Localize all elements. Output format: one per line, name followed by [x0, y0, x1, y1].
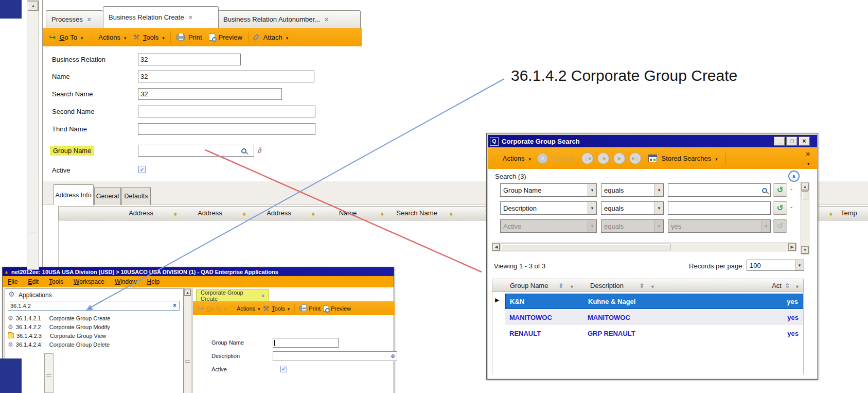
scroll-down-icon[interactable]: ▼: [801, 246, 809, 254]
grid-column-header[interactable]: Address: [251, 209, 307, 217]
scroll-right-icon[interactable]: ▶: [788, 243, 796, 251]
filter-icon[interactable]: [795, 282, 800, 290]
run-search-button[interactable]: [773, 183, 787, 197]
actions-button[interactable]: Actions: [503, 155, 525, 162]
result-row-renault[interactable]: RENAULT GRP RENAULT yes: [505, 326, 804, 341]
scroll-up-icon[interactable]: ▲: [28, 1, 39, 11]
nav-previous-button[interactable]: ◀: [597, 152, 609, 164]
filter-field-combo[interactable]: Group Name: [500, 183, 597, 197]
menu-file[interactable]: File: [8, 278, 17, 285]
close-icon[interactable]: [261, 293, 264, 299]
nav-next-button[interactable]: ▶: [613, 152, 625, 164]
tools-dropdown-icon[interactable]: [162, 33, 165, 41]
results-column-group-name[interactable]: Group Name: [510, 282, 556, 289]
preview-button[interactable]: Preview: [331, 305, 351, 312]
stored-searches-button[interactable]: Stored Searches: [661, 155, 711, 162]
results-column-description[interactable]: Description: [590, 282, 642, 289]
splitter-grip[interactable]: [185, 360, 190, 363]
sort-icon[interactable]: [639, 282, 644, 289]
scrollbar-thumb[interactable]: [802, 191, 808, 199]
filter-icon[interactable]: [570, 282, 574, 290]
go-to-button[interactable]: Go To: [206, 305, 221, 312]
child-active-checkbox[interactable]: [280, 366, 287, 372]
window-maximize-button[interactable]: □: [786, 136, 798, 146]
close-icon[interactable]: [189, 14, 192, 21]
filters-vertical-scrollbar[interactable]: ▲ ▼: [801, 182, 809, 254]
tree-item-corporate-group-delete[interactable]: 36.1.4.2.4 Corporate Group Delete: [8, 340, 110, 349]
attach-dropdown-icon[interactable]: [286, 33, 289, 41]
applications-search-input[interactable]: [8, 301, 180, 311]
cancel-button[interactable]: Cancel: [552, 155, 573, 162]
toolbar-overflow-button[interactable]: »: [806, 149, 810, 158]
search-icon[interactable]: [762, 187, 767, 195]
filters-horizontal-scrollbar[interactable]: ◀ ▶: [492, 243, 796, 251]
records-per-page-combo[interactable]: 100: [747, 260, 804, 271]
search-name-field[interactable]: [138, 88, 282, 100]
tree-item-corporate-group-modify[interactable]: 36.1.4.2.2 Corporate Group Modify: [8, 322, 110, 331]
tools-button[interactable]: Tools: [143, 33, 158, 41]
link-icon[interactable]: [258, 146, 261, 155]
result-row-manitowoc[interactable]: MANITOWOC MANITOWOC yes: [505, 310, 804, 325]
nav-last-button[interactable]: ▶❘: [629, 152, 641, 164]
bottom-left-scrollbar[interactable]: [44, 353, 54, 393]
tab-corporate-group-create[interactable]: Corporate Group Create: [196, 289, 269, 301]
tab-business-relation-autonumber[interactable]: Business Relation Autonumber...: [218, 10, 361, 28]
group-name-field[interactable]: [138, 145, 254, 157]
scrollbar-thumb[interactable]: [501, 244, 670, 250]
sort-icon[interactable]: [785, 282, 790, 289]
grid-column-header[interactable]: Search Name: [383, 209, 450, 217]
window-close-button[interactable]: ×: [799, 136, 810, 146]
clear-search-icon[interactable]: ×: [173, 302, 176, 309]
tree-item-corporate-group-create[interactable]: 36.1.4.2.1 Corporate Group Create: [8, 314, 110, 322]
scroll-up-icon[interactable]: ▲: [801, 183, 809, 191]
filter-op-combo[interactable]: equals: [601, 201, 664, 215]
chevron-down-icon[interactable]: [588, 184, 596, 196]
search-window-titlebar[interactable]: Q Corporate Group Search: [488, 135, 817, 147]
go-to-button[interactable]: Go To: [59, 33, 77, 41]
close-icon[interactable]: [87, 16, 91, 23]
nav-first-button[interactable]: ❘◀: [581, 152, 593, 164]
scroll-up-icon[interactable]: ▲: [184, 289, 191, 296]
collapse-icon[interactable]: [788, 170, 800, 182]
name-field[interactable]: [138, 71, 314, 82]
filter-icon[interactable]: [650, 282, 655, 290]
third-name-field[interactable]: [138, 123, 315, 135]
tab-processes[interactable]: Processes: [46, 10, 103, 28]
sort-diamond-icon[interactable]: [174, 210, 177, 217]
actions-dropdown-icon[interactable]: [528, 155, 531, 162]
window-minimize-button[interactable]: _: [774, 136, 785, 146]
go-to-dropdown-icon[interactable]: [81, 33, 83, 41]
filter-op-combo[interactable]: equals: [601, 183, 664, 197]
child-group-name-field[interactable]: [273, 338, 339, 348]
menu-window[interactable]: Window: [115, 278, 137, 285]
go-to-dropdown-icon[interactable]: [224, 304, 227, 312]
preview-button[interactable]: Preview: [219, 33, 242, 41]
grid-column-header[interactable]: Name: [320, 209, 376, 217]
second-name-field[interactable]: [138, 106, 315, 117]
results-column-act[interactable]: Act: [765, 282, 782, 289]
business-relation-field[interactable]: [138, 54, 241, 65]
tab-address-info[interactable]: Address Info: [53, 184, 94, 205]
translate-icon[interactable]: [390, 352, 396, 360]
filter-value-input[interactable]: [668, 201, 771, 215]
chevron-down-icon[interactable]: [588, 202, 596, 214]
sort-diamond-icon[interactable]: [829, 210, 832, 217]
sort-diamond-icon[interactable]: [312, 210, 315, 217]
actions-dropdown-icon[interactable]: [258, 304, 260, 312]
search-icon[interactable]: [241, 147, 246, 155]
tab-defaults[interactable]: Defaults: [121, 187, 151, 205]
print-button[interactable]: Print: [188, 33, 202, 41]
applications-panel-scrollbar[interactable]: ▲: [184, 288, 191, 393]
actions-button[interactable]: Actions: [237, 305, 255, 312]
filter-value-input[interactable]: [668, 183, 771, 197]
chevron-down-icon[interactable]: [654, 184, 663, 196]
close-icon[interactable]: [325, 16, 328, 23]
tools-dropdown-icon[interactable]: [288, 304, 290, 312]
toolbar-overflow-caret-icon[interactable]: [807, 159, 810, 167]
tab-business-relation-create[interactable]: Business Relation Create: [103, 6, 219, 28]
tab-general[interactable]: General: [94, 187, 121, 205]
scroll-left-icon[interactable]: ◀: [492, 243, 500, 251]
active-checkbox[interactable]: [138, 166, 146, 173]
run-search-button[interactable]: [773, 201, 787, 215]
result-row-kn[interactable]: K&N Kuhne & Nagel yes: [505, 294, 804, 309]
